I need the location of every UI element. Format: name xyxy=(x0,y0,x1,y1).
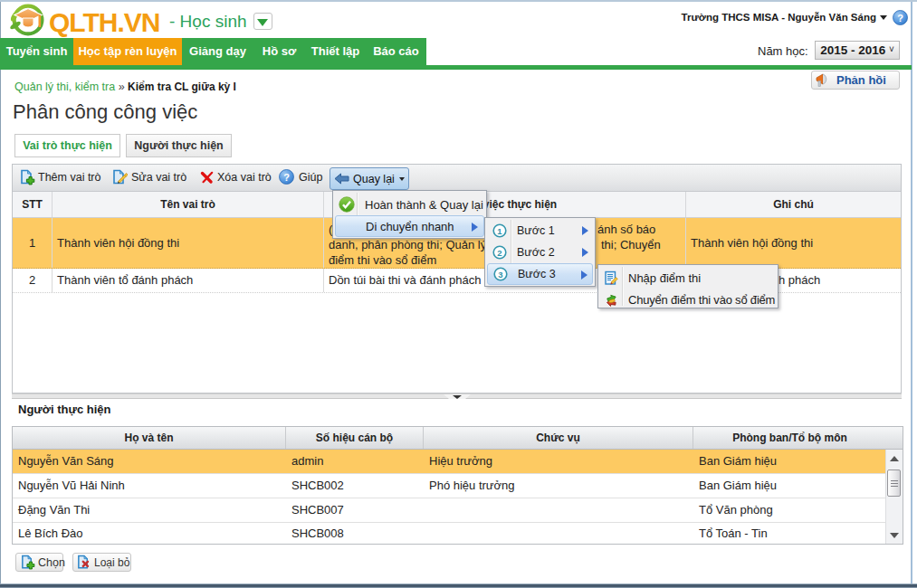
svg-text:1: 1 xyxy=(497,226,502,236)
svg-text:2: 2 xyxy=(497,248,501,258)
svg-text:3: 3 xyxy=(498,270,502,280)
svg-text:?: ? xyxy=(283,172,290,183)
svg-text:?: ? xyxy=(897,13,903,24)
